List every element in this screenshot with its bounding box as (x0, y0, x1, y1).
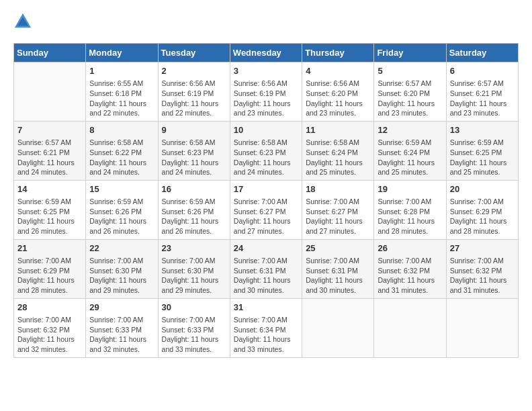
day-info: Sunrise: 7:00 AM Sunset: 6:28 PM Dayligh… (378, 197, 442, 236)
weekday-header: Saturday (446, 44, 518, 62)
day-info: Sunrise: 6:56 AM Sunset: 6:20 PM Dayligh… (306, 79, 370, 118)
calendar-cell: 18Sunrise: 7:00 AM Sunset: 6:27 PM Dayli… (302, 180, 374, 239)
day-number: 3 (234, 65, 298, 77)
calendar-week-row: 14Sunrise: 6:59 AM Sunset: 6:25 PM Dayli… (14, 180, 519, 239)
day-info: Sunrise: 7:00 AM Sunset: 6:34 PM Dayligh… (234, 315, 298, 355)
day-info: Sunrise: 6:58 AM Sunset: 6:22 PM Dayligh… (89, 138, 154, 177)
day-number: 17 (234, 183, 298, 195)
day-info: Sunrise: 7:00 AM Sunset: 6:32 PM Dayligh… (450, 256, 515, 295)
day-info: Sunrise: 7:00 AM Sunset: 6:29 PM Dayligh… (17, 256, 82, 295)
day-number: 26 (378, 242, 442, 255)
day-number: 20 (450, 183, 515, 195)
calendar-cell (374, 298, 446, 357)
day-number: 4 (306, 65, 370, 77)
day-info: Sunrise: 6:59 AM Sunset: 6:24 PM Dayligh… (378, 138, 442, 177)
calendar-cell: 4Sunrise: 6:56 AM Sunset: 6:20 PM Daylig… (302, 62, 374, 122)
calendar-cell (302, 298, 374, 357)
calendar-cell: 15Sunrise: 6:59 AM Sunset: 6:26 PM Dayli… (86, 180, 158, 239)
calendar-cell: 21Sunrise: 7:00 AM Sunset: 6:29 PM Dayli… (14, 239, 86, 298)
calendar-cell: 27Sunrise: 7:00 AM Sunset: 6:32 PM Dayli… (446, 239, 518, 298)
day-number: 7 (17, 124, 82, 136)
day-number: 18 (306, 183, 370, 195)
day-info: Sunrise: 6:57 AM Sunset: 6:21 PM Dayligh… (17, 138, 82, 177)
calendar-cell: 20Sunrise: 7:00 AM Sunset: 6:29 PM Dayli… (446, 180, 518, 239)
day-info: Sunrise: 6:59 AM Sunset: 6:26 PM Dayligh… (162, 197, 226, 236)
calendar-cell: 10Sunrise: 6:58 AM Sunset: 6:23 PM Dayli… (230, 121, 302, 180)
calendar-cell: 11Sunrise: 6:58 AM Sunset: 6:24 PM Dayli… (302, 121, 374, 180)
day-info: Sunrise: 7:00 AM Sunset: 6:31 PM Dayligh… (306, 256, 370, 295)
page-header (13, 13, 519, 32)
day-info: Sunrise: 6:58 AM Sunset: 6:23 PM Dayligh… (234, 138, 298, 177)
calendar-cell: 23Sunrise: 7:00 AM Sunset: 6:30 PM Dayli… (158, 239, 230, 298)
day-info: Sunrise: 6:58 AM Sunset: 6:24 PM Dayligh… (306, 138, 370, 177)
weekday-header: Wednesday (230, 44, 302, 62)
day-number: 24 (234, 242, 298, 255)
day-info: Sunrise: 6:55 AM Sunset: 6:18 PM Dayligh… (89, 79, 154, 118)
weekday-header: Tuesday (158, 44, 230, 62)
calendar-cell: 9Sunrise: 6:58 AM Sunset: 6:23 PM Daylig… (158, 121, 230, 180)
calendar-cell: 19Sunrise: 7:00 AM Sunset: 6:28 PM Dayli… (374, 180, 446, 239)
day-info: Sunrise: 7:00 AM Sunset: 6:27 PM Dayligh… (306, 197, 370, 236)
day-number: 6 (450, 65, 515, 77)
day-info: Sunrise: 7:00 AM Sunset: 6:30 PM Dayligh… (162, 256, 226, 295)
day-info: Sunrise: 6:57 AM Sunset: 6:20 PM Dayligh… (378, 79, 442, 118)
day-number: 19 (378, 183, 442, 195)
calendar-week-row: 28Sunrise: 7:00 AM Sunset: 6:32 PM Dayli… (14, 298, 519, 357)
weekday-header: Monday (86, 44, 158, 62)
calendar-cell: 1Sunrise: 6:55 AM Sunset: 6:18 PM Daylig… (86, 62, 158, 122)
calendar-week-row: 1Sunrise: 6:55 AM Sunset: 6:18 PM Daylig… (14, 62, 519, 122)
calendar-cell: 17Sunrise: 7:00 AM Sunset: 6:27 PM Dayli… (230, 180, 302, 239)
calendar-cell: 3Sunrise: 6:56 AM Sunset: 6:19 PM Daylig… (230, 62, 302, 122)
day-number: 30 (162, 302, 226, 314)
weekday-header: Thursday (302, 44, 374, 62)
calendar-cell: 24Sunrise: 7:00 AM Sunset: 6:31 PM Dayli… (230, 239, 302, 298)
calendar-week-row: 21Sunrise: 7:00 AM Sunset: 6:29 PM Dayli… (14, 239, 519, 298)
calendar-cell: 31Sunrise: 7:00 AM Sunset: 6:34 PM Dayli… (230, 298, 302, 357)
calendar-cell: 26Sunrise: 7:00 AM Sunset: 6:32 PM Dayli… (374, 239, 446, 298)
day-number: 5 (378, 65, 442, 77)
calendar-cell: 5Sunrise: 6:57 AM Sunset: 6:20 PM Daylig… (374, 62, 446, 122)
day-number: 31 (234, 302, 298, 314)
day-number: 21 (17, 242, 82, 255)
calendar-cell (14, 62, 86, 122)
day-number: 23 (162, 242, 226, 255)
day-number: 2 (162, 65, 226, 77)
day-info: Sunrise: 7:00 AM Sunset: 6:32 PM Dayligh… (17, 315, 82, 355)
day-info: Sunrise: 7:00 AM Sunset: 6:30 PM Dayligh… (89, 256, 154, 295)
day-number: 9 (162, 124, 226, 136)
day-info: Sunrise: 6:59 AM Sunset: 6:25 PM Dayligh… (450, 138, 515, 177)
weekday-header: Sunday (14, 44, 86, 62)
day-number: 16 (162, 183, 226, 195)
day-info: Sunrise: 7:00 AM Sunset: 6:29 PM Dayligh… (450, 197, 515, 236)
day-number: 15 (89, 183, 154, 195)
calendar-cell: 13Sunrise: 6:59 AM Sunset: 6:25 PM Dayli… (446, 121, 518, 180)
calendar-cell: 22Sunrise: 7:00 AM Sunset: 6:30 PM Dayli… (86, 239, 158, 298)
calendar-cell: 30Sunrise: 7:00 AM Sunset: 6:33 PM Dayli… (158, 298, 230, 357)
day-number: 11 (306, 124, 370, 136)
day-info: Sunrise: 7:00 AM Sunset: 6:27 PM Dayligh… (234, 197, 298, 236)
calendar-week-row: 7Sunrise: 6:57 AM Sunset: 6:21 PM Daylig… (14, 121, 519, 180)
day-info: Sunrise: 7:00 AM Sunset: 6:33 PM Dayligh… (89, 315, 154, 355)
calendar-cell: 12Sunrise: 6:59 AM Sunset: 6:24 PM Dayli… (374, 121, 446, 180)
calendar-table: SundayMondayTuesdayWednesdayThursdayFrid… (13, 43, 519, 358)
calendar-cell: 29Sunrise: 7:00 AM Sunset: 6:33 PM Dayli… (86, 298, 158, 357)
logo (13, 13, 35, 32)
logo-icon (13, 12, 32, 31)
day-info: Sunrise: 6:56 AM Sunset: 6:19 PM Dayligh… (234, 79, 298, 118)
calendar-cell: 2Sunrise: 6:56 AM Sunset: 6:19 PM Daylig… (158, 62, 230, 122)
day-number: 13 (450, 124, 515, 136)
calendar-cell: 25Sunrise: 7:00 AM Sunset: 6:31 PM Dayli… (302, 239, 374, 298)
day-info: Sunrise: 6:56 AM Sunset: 6:19 PM Dayligh… (162, 79, 226, 118)
day-number: 12 (378, 124, 442, 136)
day-info: Sunrise: 6:59 AM Sunset: 6:25 PM Dayligh… (17, 197, 82, 236)
day-number: 25 (306, 242, 370, 255)
day-number: 22 (89, 242, 154, 255)
day-info: Sunrise: 6:58 AM Sunset: 6:23 PM Dayligh… (162, 138, 226, 177)
calendar-cell: 7Sunrise: 6:57 AM Sunset: 6:21 PM Daylig… (14, 121, 86, 180)
calendar-cell (446, 298, 518, 357)
day-number: 1 (89, 65, 154, 77)
calendar-cell: 16Sunrise: 6:59 AM Sunset: 6:26 PM Dayli… (158, 180, 230, 239)
calendar-cell: 28Sunrise: 7:00 AM Sunset: 6:32 PM Dayli… (14, 298, 86, 357)
weekday-header-row: SundayMondayTuesdayWednesdayThursdayFrid… (14, 44, 519, 62)
day-info: Sunrise: 6:57 AM Sunset: 6:21 PM Dayligh… (450, 79, 515, 118)
